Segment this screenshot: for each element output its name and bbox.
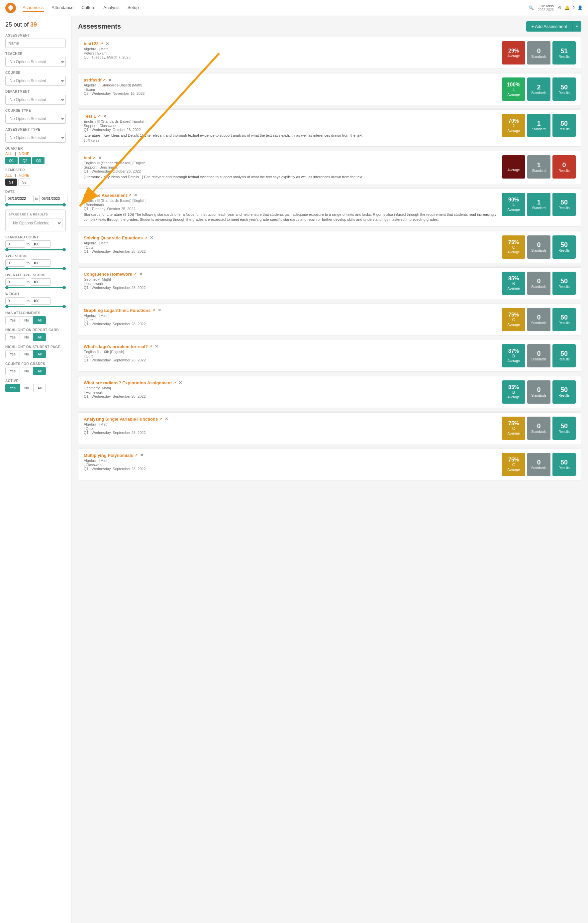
card-close-button[interactable]: ✕	[179, 380, 182, 385]
avg-stat-box[interactable]: 75%CAverage	[502, 417, 525, 440]
nav-search-icon[interactable]: 🔍	[529, 5, 534, 10]
avg-stat-box[interactable]: 75%CAverage	[502, 453, 525, 476]
card-title-link[interactable]: Graphing Logarithmic Functions	[84, 308, 151, 313]
avg-stat-box[interactable]: 75%CAverage	[502, 235, 525, 259]
results-stat-box[interactable]: 50 Results	[552, 235, 576, 259]
assessment-type-select[interactable]: No Options Selected	[5, 133, 66, 143]
overall-avg-score-slider[interactable]	[5, 287, 66, 288]
results-stat-box[interactable]: 50 Results	[552, 380, 576, 404]
nav-analysis[interactable]: Analysis	[103, 4, 119, 12]
semester-all-link[interactable]: ALL	[5, 173, 12, 177]
results-stat-box[interactable]: 50 Results	[552, 453, 576, 476]
card-title-link[interactable]: Test 1	[84, 114, 96, 119]
highlight-student-page-no[interactable]: No	[20, 350, 33, 358]
quarter-all-link[interactable]: ALL	[5, 152, 12, 156]
weight-min-input[interactable]	[5, 297, 25, 305]
standards-stat-box[interactable]: 0 Standards	[527, 41, 550, 64]
date-range-slider[interactable]	[5, 204, 66, 205]
avg-stat-box[interactable]: 90%4Average	[502, 193, 525, 216]
nav-user-icon[interactable]: 👤	[577, 5, 583, 10]
card-title-link[interactable]: test123	[84, 41, 99, 46]
card-close-button[interactable]: ✕	[134, 193, 137, 197]
results-stat-box[interactable]: 50 Results	[552, 114, 576, 137]
overall-avg-score-max-input[interactable]	[31, 278, 51, 286]
course-type-select[interactable]: No Options Selected	[5, 114, 66, 124]
standards-results-select[interactable]: No Options Selected	[9, 218, 62, 228]
card-title-link[interactable]: Congruence Homework	[84, 272, 132, 277]
results-stat-box[interactable]: 0 Results	[552, 155, 576, 179]
results-stat-box[interactable]: 50 Results	[552, 193, 576, 216]
highlight-student-page-yes[interactable]: Yes	[5, 350, 20, 358]
card-close-button[interactable]: ✕	[139, 272, 142, 276]
card-title-link[interactable]: Analyzing Single Variable Functions	[84, 417, 158, 422]
has-attachments-yes[interactable]: Yes	[5, 316, 20, 324]
card-close-button[interactable]: ✕	[155, 344, 158, 349]
card-close-button[interactable]: ✕	[98, 156, 102, 160]
card-close-button[interactable]: ✕	[106, 41, 109, 46]
results-stat-box[interactable]: 51 Results	[552, 41, 576, 64]
nav-culture[interactable]: Culture	[81, 4, 95, 12]
semester-s1-button[interactable]: S1	[5, 179, 17, 186]
results-stat-box[interactable]: 50 Results	[552, 417, 576, 440]
avg-stat-box[interactable]: 70%2Average	[502, 114, 525, 137]
counts-grades-yes[interactable]: Yes	[5, 367, 20, 375]
standard-count-max-input[interactable]	[31, 240, 51, 248]
avg-stat-box[interactable]: 100%4Average	[502, 77, 525, 101]
add-assessment-dropdown-button[interactable]: ▾	[572, 21, 581, 31]
card-close-button[interactable]: ✕	[103, 114, 106, 119]
card-title-link[interactable]: Practice Assessment	[84, 193, 127, 198]
standards-stat-box[interactable]: 0 Standards	[527, 344, 550, 368]
quarter-q3-button[interactable]: Q3	[32, 157, 44, 164]
department-select[interactable]: No Options Selected	[5, 95, 66, 105]
avg-score-slider[interactable]	[5, 268, 66, 269]
semester-s2-button[interactable]: S2	[18, 179, 30, 186]
semester-none-link[interactable]: NONE	[19, 173, 29, 177]
nav-attendance[interactable]: Attendance	[52, 4, 74, 12]
card-title-link[interactable]: test	[84, 155, 91, 160]
avg-stat-box[interactable]: 85%BAverage	[502, 380, 525, 404]
active-all[interactable]: All	[33, 384, 46, 392]
weight-slider[interactable]	[5, 306, 66, 307]
standards-stat-box[interactable]: 0 Standards	[527, 308, 550, 331]
nav-notifications-icon[interactable]: 🔔	[564, 5, 570, 10]
avg-score-max-input[interactable]	[31, 259, 51, 267]
standard-count-slider[interactable]	[5, 249, 66, 250]
card-title-link[interactable]: asdfasdf	[84, 77, 102, 82]
card-close-button[interactable]: ✕	[158, 308, 161, 312]
standards-stat-box[interactable]: 1 Standard	[527, 193, 550, 216]
highlight-student-page-all[interactable]: All	[33, 350, 46, 358]
card-title-link[interactable]: Multiplying Polynomials	[84, 453, 133, 458]
standards-stat-box[interactable]: 0 Standards	[527, 272, 550, 295]
results-stat-box[interactable]: 50 Results	[552, 308, 576, 331]
card-title-link[interactable]: Solving Quadratic Equations	[84, 235, 143, 240]
results-stat-box[interactable]: 50 Results	[552, 344, 576, 368]
card-close-button[interactable]: ✕	[140, 453, 144, 458]
standards-stat-box[interactable]: 0 Standards	[527, 417, 550, 440]
card-title-link[interactable]: What's Iago's problem for real?	[84, 344, 148, 349]
active-no[interactable]: No	[20, 384, 33, 392]
avg-score-min-input[interactable]	[5, 259, 25, 267]
standards-stat-box[interactable]: 0 Standards	[527, 453, 550, 476]
weight-max-input[interactable]	[31, 297, 51, 305]
counts-grades-no[interactable]: No	[20, 367, 33, 375]
nav-help-icon[interactable]: ?	[572, 5, 575, 10]
course-select[interactable]: No Options Selected	[5, 76, 66, 86]
teacher-select[interactable]: No Options Selected	[5, 57, 66, 67]
highlight-report-card-all[interactable]: All	[33, 333, 46, 341]
quarter-q1-button[interactable]: Q1	[5, 157, 18, 164]
results-stat-box[interactable]: 50 Results	[552, 77, 576, 101]
quarter-q2-button[interactable]: Q2	[19, 157, 31, 164]
has-attachments-all[interactable]: All	[33, 316, 46, 324]
standards-stat-box[interactable]: 0 Standards	[527, 380, 550, 404]
standards-stat-box[interactable]: 0 Standards	[527, 235, 550, 259]
nav-settings-icon[interactable]: ⚙	[558, 5, 562, 10]
date-from-input[interactable]	[5, 195, 34, 202]
add-assessment-button[interactable]: + Add Assessment	[526, 21, 572, 31]
has-attachments-no[interactable]: No	[20, 316, 33, 324]
standards-stat-box[interactable]: 2 Standards	[527, 77, 550, 101]
avg-stat-box[interactable]: 87%BAverage	[502, 344, 525, 368]
avg-stat-box[interactable]: 29%Average	[502, 41, 525, 64]
standards-stat-box[interactable]: 1 Standard	[527, 155, 550, 179]
card-title-link[interactable]: What are radians? Exploration Assignment	[84, 380, 172, 385]
highlight-report-card-no[interactable]: No	[20, 333, 33, 341]
